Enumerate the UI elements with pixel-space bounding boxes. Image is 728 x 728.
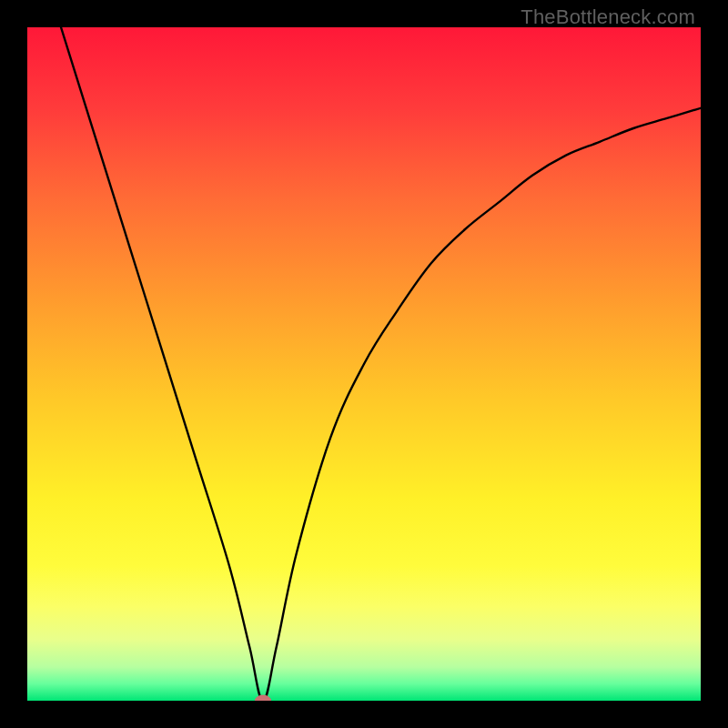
plot-area — [27, 27, 701, 701]
bottleneck-curve — [27, 27, 701, 701]
chart-frame: TheBottleneck.com — [0, 0, 728, 728]
watermark-label: TheBottleneck.com — [521, 5, 695, 29]
minimum-marker — [255, 695, 271, 702]
